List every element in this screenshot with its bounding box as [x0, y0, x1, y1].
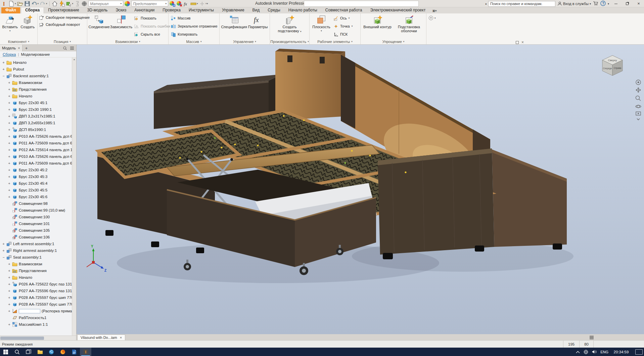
bom-button[interactable]: Спецификация	[221, 14, 247, 29]
panel-label-productivity[interactable]: Производительность	[270, 39, 309, 44]
tree-item[interactable]: Совмещение:100	[0, 214, 76, 220]
hide-all-relationships-button[interactable]: Скрыть все	[134, 31, 170, 38]
ribbon-tab-сборка[interactable]: Сборка	[21, 7, 44, 13]
tree-expander[interactable]: +	[8, 88, 11, 91]
tree-item[interactable]: +МассивКомп 1:1	[0, 321, 76, 328]
help-icon[interactable]: ?	[600, 1, 606, 7]
ribbon-options-button[interactable]: ▾	[426, 13, 438, 44]
tree-item[interactable]: Совмещение:99 (10,0 мм)	[0, 207, 76, 214]
tree-item[interactable]: +(Распорка прямая)-03:1	[0, 308, 76, 314]
undo-dropdown-icon[interactable]: ▾	[38, 2, 39, 5]
tree-item[interactable]: +Брус 22x30 45:6	[0, 193, 76, 200]
measure-icon[interactable]	[190, 1, 196, 7]
tree-expander[interactable]: +	[8, 121, 11, 125]
search-expand-icon[interactable]: ▸	[486, 2, 487, 5]
tree-expander[interactable]: −	[2, 74, 5, 78]
tree-item[interactable]: +P011 АА-725609 панель дсп 620x85 со с	[0, 140, 76, 146]
free-move-button[interactable]: Свободное перемещение	[39, 14, 90, 21]
ribbon-tab-совместная-работа[interactable]: Совместная работа	[321, 7, 366, 13]
clamp-icon[interactable]	[74, 1, 80, 7]
tree-item[interactable]: +Начало	[0, 274, 76, 281]
ribbon-tab-инструменты[interactable]: Инструменты	[185, 7, 218, 13]
taskbar-icon-edge[interactable]	[46, 348, 57, 356]
tree-expander[interactable]: +	[8, 108, 11, 112]
browser-tab-model[interactable]: Модель×	[0, 45, 22, 51]
scrollbar-thumb[interactable]	[0, 337, 44, 340]
tree-item[interactable]: +Pulout	[0, 66, 76, 73]
tree-expander[interactable]: +	[8, 296, 11, 300]
rename-editbox[interactable]	[19, 309, 40, 313]
work-point-button[interactable]: Точка▾	[333, 23, 353, 30]
tree-expander[interactable]: +	[8, 195, 11, 199]
backrest-plank[interactable]	[275, 49, 345, 121]
tree-item[interactable]: +Брус 22x30 45:4	[0, 180, 76, 187]
panel-label-relationships[interactable]: Взаимосвязи	[87, 39, 168, 44]
browser-view-assembly[interactable]: Сборка	[3, 52, 16, 56]
work-ucs-button[interactable]: ПСК	[333, 31, 353, 38]
tree-item[interactable]: Совмещение:106	[0, 234, 76, 240]
tree-expander[interactable]: +	[8, 148, 11, 152]
tree-expander[interactable]: +	[8, 303, 11, 306]
browser-menu-icon[interactable]	[70, 46, 74, 50]
tree-expander[interactable]: +	[2, 249, 5, 253]
tree-expander[interactable]: +	[8, 135, 11, 138]
tree-expander[interactable]: +	[8, 155, 11, 159]
tree-item[interactable]: +Начало	[0, 59, 76, 66]
restore-button[interactable]	[623, 0, 632, 7]
tree-item[interactable]: +Right armrest assembly:1	[0, 247, 76, 254]
tree-expander[interactable]: +	[8, 141, 11, 145]
tree-item[interactable]: +Взаимосвязи	[0, 261, 76, 267]
taskbar-icon-task-view[interactable]	[23, 348, 34, 356]
undo-icon[interactable]	[31, 1, 37, 7]
tree-expander[interactable]: +	[8, 175, 11, 179]
panel-label-work-features[interactable]: Рабочие элементы	[310, 39, 360, 44]
tree-expander[interactable]: +	[8, 289, 11, 293]
doc-window-close-icon[interactable]: ×	[521, 40, 524, 45]
mirror-button[interactable]: Зеркальное отражение	[171, 23, 218, 30]
work-plane-button[interactable]: Плоскость▾	[311, 14, 332, 33]
home-icon[interactable]	[52, 1, 58, 7]
tree-item[interactable]: +Начало	[0, 93, 76, 99]
tree-expander[interactable]: +	[8, 101, 11, 105]
tree-item[interactable]: +P010 АА-725626 панель дсп 623x85:1	[0, 133, 76, 140]
tree-item[interactable]: +P010 АА-725626 панель дсп 623x85:2	[0, 153, 76, 160]
panel-label-simplification[interactable]: Упрощение	[361, 39, 426, 44]
tree-item[interactable]: +Взаимосвязи	[0, 79, 76, 86]
sign-in-button[interactable]: Вход в службы▾	[557, 1, 591, 6]
free-rotate-button[interactable]: Свободный поворот	[39, 21, 80, 28]
taskbar-icon-start[interactable]	[0, 348, 11, 356]
material-sphere-icon[interactable]	[81, 1, 87, 7]
taskbar-icon-docs[interactable]	[68, 348, 80, 356]
graphics-viewport[interactable]: Y Z Сверху Спереди Справа	[77, 45, 644, 334]
taskbar-icon-explorer[interactable]	[34, 348, 46, 356]
browser-search-icon[interactable]	[63, 46, 67, 50]
help-search-input[interactable]: Поиск по справке и командам.	[488, 1, 555, 7]
save-icon[interactable]	[24, 1, 30, 7]
tree-item[interactable]: +Брус 22x30 45:2	[0, 167, 76, 173]
browser-add-tab-button[interactable]: +	[22, 46, 31, 51]
ribbon-tab-проектирование[interactable]: Проектирование	[44, 7, 83, 13]
panel-label-pattern[interactable]: Массив	[169, 39, 219, 44]
redo-dropdown-icon[interactable]: ▾	[46, 2, 47, 5]
tree-item[interactable]: +ДВП 3,2x655x1985:1	[0, 120, 76, 126]
tray-expand-icon[interactable]	[576, 351, 580, 353]
tree-expander[interactable]: +	[8, 323, 11, 326]
action-center-icon[interactable]	[635, 349, 643, 355]
panel-label-position[interactable]: Позиция	[38, 39, 87, 44]
redo-icon[interactable]	[40, 1, 46, 7]
parameters-button[interactable]: fx Параметры	[248, 14, 268, 29]
tree-item[interactable]: Совмещение:98	[0, 200, 76, 207]
shrinkwrap-button[interactable]: Подстановка оболочки	[394, 14, 424, 33]
minimize-button[interactable]	[611, 0, 620, 7]
tree-item[interactable]: +Брус 22x30 1990:1	[0, 106, 76, 113]
select-dropdown-icon[interactable]: ▾	[72, 2, 74, 5]
new-file-dropdown-icon[interactable]: ▾	[15, 2, 16, 5]
taskbar-icon-search[interactable]	[11, 348, 23, 356]
tree-item[interactable]: РабПлоскость1	[0, 314, 76, 321]
add-command-icon[interactable]	[199, 1, 205, 7]
tree-expander[interactable]: +	[8, 115, 11, 118]
tree-expander[interactable]: +	[8, 262, 11, 266]
tree-item[interactable]: +Представления	[0, 86, 76, 93]
joint-button[interactable]: Соединение	[89, 14, 109, 29]
document-tab-close-icon[interactable]: ×	[120, 336, 122, 340]
